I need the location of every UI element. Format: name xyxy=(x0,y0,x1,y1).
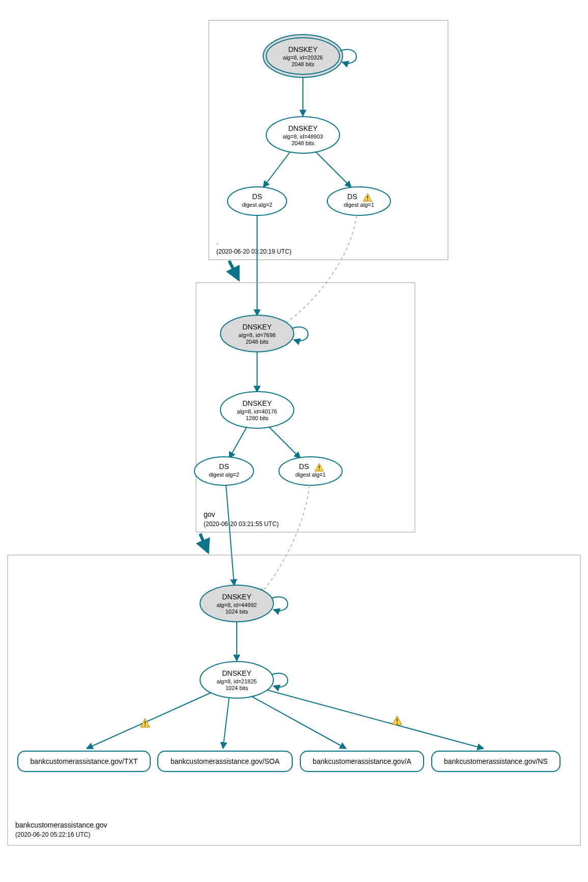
svg-text:DS: DS xyxy=(219,462,229,471)
edge-govds1-domksk xyxy=(260,485,310,595)
edge-domzsk-soa xyxy=(223,698,229,749)
svg-point-14 xyxy=(327,187,390,215)
edge-govds2-domksk xyxy=(226,485,234,586)
svg-text:2048 bits: 2048 bits xyxy=(246,339,269,345)
svg-text:alg=8, id=44992: alg=8, id=44992 xyxy=(217,602,257,608)
svg-text:2048 bits: 2048 bits xyxy=(292,61,315,67)
gov-dnskey-zsk: DNSKEY alg=8, id=40176 1280 bits xyxy=(220,392,294,428)
svg-text:digest alg=1: digest alg=1 xyxy=(344,202,374,208)
dnssec-chain-diagram: . (2020-06-20 03:20:19 UTC) DNSKEY alg=8… xyxy=(0,0,588,882)
svg-text:alg=8, id=40176: alg=8, id=40176 xyxy=(237,408,277,415)
edge-rootzsk-ds2 xyxy=(263,152,290,187)
svg-text:DS: DS xyxy=(299,462,309,471)
domain-dnskey-ksk: DNSKEY alg=8, id=44992 1024 bits xyxy=(200,585,273,622)
edge-domzsk-txt xyxy=(87,693,211,749)
svg-text:digest alg=1: digest alg=1 xyxy=(295,472,326,478)
svg-text:DS: DS xyxy=(347,192,357,201)
svg-text:alg=8, id=20326: alg=8, id=20326 xyxy=(283,54,323,61)
edge-rootzsk-ds1 xyxy=(316,152,351,187)
edge-zone-root-to-gov xyxy=(229,261,238,279)
gov-ds-alg2: DS digest alg=2 xyxy=(194,457,254,485)
svg-text:DNSKEY: DNSKEY xyxy=(242,323,272,331)
svg-point-28 xyxy=(279,457,342,485)
svg-text:digest alg=2: digest alg=2 xyxy=(242,202,272,208)
gov-ds-alg1: DS digest alg=1 xyxy=(279,457,342,485)
root-ds-alg2: DS digest alg=2 xyxy=(228,187,287,215)
svg-text:1024 bits: 1024 bits xyxy=(226,685,248,691)
warning-icon xyxy=(393,716,402,725)
svg-text:digest alg=2: digest alg=2 xyxy=(209,472,239,478)
svg-text:DNSKEY: DNSKEY xyxy=(288,45,318,53)
root-dnskey-ksk: DNSKEY alg=8, id=20326 2048 bits xyxy=(263,35,343,77)
edge-domzsk-ns xyxy=(267,690,484,749)
edge-govzsk-ds1 xyxy=(269,427,300,458)
rr-ns-label: bankcustomerassistance.gov/NS xyxy=(444,757,548,765)
svg-text:2048 bits: 2048 bits xyxy=(292,140,315,146)
svg-text:alg=8, id=7698: alg=8, id=7698 xyxy=(239,332,276,338)
root-zone-label: . xyxy=(216,238,218,246)
root-dnskey-zsk: DNSKEY alg=8, id=48903 2048 bits xyxy=(266,117,340,153)
edge-rootds1-govksk xyxy=(281,215,356,326)
svg-text:DS: DS xyxy=(252,192,262,201)
svg-text:DNSKEY: DNSKEY xyxy=(242,399,272,407)
edge-zone-gov-to-domain xyxy=(200,534,208,552)
gov-zone-label: gov xyxy=(204,510,215,518)
svg-text:1280 bits: 1280 bits xyxy=(246,415,269,421)
rr-txt-label: bankcustomerassistance.gov/TXT xyxy=(31,757,138,765)
svg-text:DNSKEY: DNSKEY xyxy=(222,593,251,601)
edge-govzsk-ds2 xyxy=(229,427,247,458)
svg-text:DNSKEY: DNSKEY xyxy=(288,124,318,132)
domain-zone-timestamp: (2020-06-20 05:22:16 UTC) xyxy=(15,831,90,838)
gov-dnskey-ksk: DNSKEY alg=8, id=7698 2048 bits xyxy=(220,315,294,352)
svg-point-25 xyxy=(194,457,254,485)
warning-icon xyxy=(141,719,150,727)
root-ds-alg1: DS digest alg=1 xyxy=(327,187,390,215)
svg-text:DNSKEY: DNSKEY xyxy=(222,669,251,677)
svg-text:1024 bits: 1024 bits xyxy=(226,609,248,615)
edge-domzsk-a xyxy=(252,697,346,749)
root-zone-timestamp: (2020-06-20 03:20:19 UTC) xyxy=(216,248,291,255)
rr-soa-label: bankcustomerassistance.gov/SOA xyxy=(171,757,280,765)
domain-zone-box xyxy=(8,555,580,845)
svg-point-11 xyxy=(228,187,287,215)
domain-zone-label: bankcustomerassistance.gov xyxy=(15,821,107,829)
gov-zone-timestamp: (2020-06-20 03:21:55 UTC) xyxy=(204,520,278,528)
svg-text:alg=8, id=21825: alg=8, id=21825 xyxy=(217,678,257,684)
svg-text:alg=8, id=48903: alg=8, id=48903 xyxy=(283,133,323,140)
rr-a-label: bankcustomerassistance.gov/A xyxy=(313,757,411,765)
